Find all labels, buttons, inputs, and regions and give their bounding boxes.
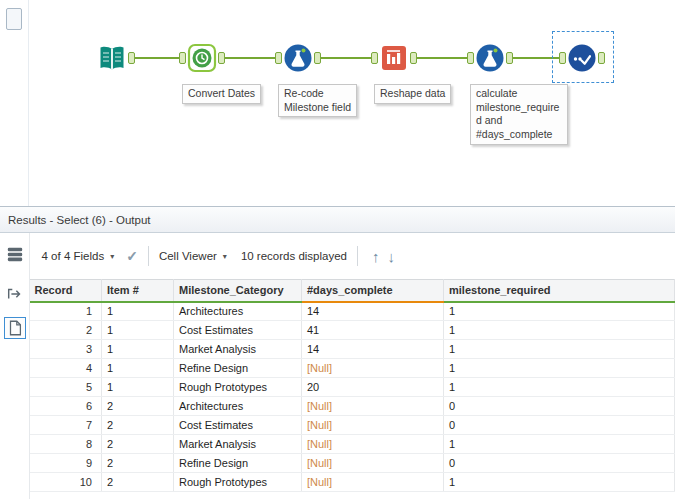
cell-category[interactable]: Refine Design <box>174 454 302 473</box>
cell-days[interactable]: [Null] <box>302 435 444 454</box>
cell-item[interactable]: 1 <box>102 321 174 340</box>
fields-dropdown[interactable]: 4 of 4 Fields ▾ <box>42 250 115 262</box>
input-anchor[interactable] <box>467 52 474 64</box>
input-anchor[interactable] <box>371 52 378 64</box>
cell-record[interactable]: 4 <box>30 359 102 378</box>
output-anchor[interactable] <box>410 52 417 64</box>
cell-record[interactable]: 8 <box>30 435 102 454</box>
cell-item[interactable]: 2 <box>102 397 174 416</box>
cell-item[interactable]: 2 <box>102 435 174 454</box>
cell-record[interactable]: 3 <box>30 340 102 359</box>
canvas-edge-divider <box>28 0 29 206</box>
input-anchor[interactable] <box>559 52 566 64</box>
document-icon <box>6 319 24 337</box>
cell-item[interactable]: 1 <box>102 302 174 321</box>
cell-item[interactable]: 1 <box>102 378 174 397</box>
cell-days[interactable]: 14 <box>302 302 444 321</box>
tool-annotation: Reshape data <box>374 84 451 104</box>
cell-record[interactable]: 7 <box>30 416 102 435</box>
tool-convert-dates[interactable] <box>186 42 218 74</box>
output-anchor[interactable] <box>314 52 321 64</box>
cell-category[interactable]: Refine Design <box>174 359 302 378</box>
cell-required[interactable]: 0 <box>444 454 675 473</box>
table-row: 5 1 Rough Prototypes 20 1 <box>30 378 675 397</box>
cell-viewer-dropdown[interactable]: Cell Viewer ▾ <box>159 250 227 262</box>
input-anchor[interactable] <box>275 52 282 64</box>
output-anchor[interactable] <box>218 52 225 64</box>
tool-input-data[interactable] <box>96 42 128 74</box>
cell-required[interactable]: 1 <box>444 435 675 454</box>
output-anchor[interactable] <box>128 52 135 64</box>
cell-required[interactable]: 0 <box>444 416 675 435</box>
cell-days[interactable]: 14 <box>302 340 444 359</box>
table-row: 10 2 Rough Prototypes [Null] 1 <box>30 473 675 492</box>
column-header-days-complete[interactable]: #days_complete <box>302 280 444 302</box>
input-view-button[interactable] <box>4 283 26 305</box>
column-header-milestone-required[interactable]: milestone_required <box>444 280 675 302</box>
cell-days[interactable]: 20 <box>302 378 444 397</box>
cell-record[interactable]: 10 <box>30 473 102 492</box>
tool-recode-milestone[interactable] <box>282 42 314 74</box>
tool-select[interactable] <box>566 42 598 74</box>
input-arrow-icon <box>6 285 24 303</box>
cell-required[interactable]: 1 <box>444 302 675 321</box>
layout-rows-button[interactable] <box>4 243 26 265</box>
fields-dropdown-label: 4 of 4 Fields <box>42 250 105 262</box>
cell-days[interactable]: 41 <box>302 321 444 340</box>
cell-category[interactable]: Architectures <box>174 302 302 321</box>
cell-category[interactable]: Rough Prototypes <box>174 473 302 492</box>
results-main-area: 4 of 4 Fields ▾ ✓ Cell Viewer ▾ 10 recor… <box>29 233 675 499</box>
workflow-canvas[interactable]: Convert Dates Re-code Milestone field Re… <box>0 0 675 206</box>
cell-days[interactable]: [Null] <box>302 416 444 435</box>
apply-check-icon[interactable]: ✓ <box>126 248 138 264</box>
cell-category[interactable]: Cost Estimates <box>174 321 302 340</box>
down-arrow-button[interactable]: ↓ <box>388 248 396 265</box>
cell-record[interactable]: 6 <box>30 397 102 416</box>
cell-required[interactable]: 1 <box>444 321 675 340</box>
output-anchor[interactable] <box>506 52 513 64</box>
cell-category[interactable]: Cost Estimates <box>174 416 302 435</box>
cell-record[interactable]: 2 <box>30 321 102 340</box>
cell-days[interactable]: [Null] <box>302 359 444 378</box>
cell-days[interactable]: [Null] <box>302 454 444 473</box>
cell-category[interactable]: Market Analysis <box>174 340 302 359</box>
cell-record[interactable]: 5 <box>30 378 102 397</box>
cell-item[interactable]: 1 <box>102 340 174 359</box>
book-icon <box>96 42 128 74</box>
connector-line <box>135 57 179 59</box>
cell-record[interactable]: 1 <box>30 302 102 321</box>
cell-required[interactable]: 0 <box>444 397 675 416</box>
input-anchor[interactable] <box>179 52 186 64</box>
cell-item[interactable]: 2 <box>102 454 174 473</box>
cell-days[interactable]: [Null] <box>302 397 444 416</box>
cell-item[interactable]: 2 <box>102 416 174 435</box>
output-view-button[interactable] <box>4 317 26 339</box>
cell-required[interactable]: 1 <box>444 473 675 492</box>
cell-category[interactable]: Market Analysis <box>174 435 302 454</box>
cell-category[interactable]: Architectures <box>174 397 302 416</box>
tool-reshape-data[interactable] <box>378 42 410 74</box>
table-row: 8 2 Market Analysis [Null] 1 <box>30 435 675 454</box>
table-row: 7 2 Cost Estimates [Null] 0 <box>30 416 675 435</box>
column-header-record[interactable]: Record <box>30 280 102 302</box>
results-left-toolbar <box>0 233 29 499</box>
cell-days[interactable]: [Null] <box>302 473 444 492</box>
column-header-item[interactable]: Item # <box>102 280 174 302</box>
tool-calculate-fields[interactable] <box>474 42 506 74</box>
datetime-icon <box>186 42 218 74</box>
collapsed-panel-handle[interactable] <box>6 8 22 30</box>
up-arrow-button[interactable]: ↑ <box>372 248 380 265</box>
cell-item[interactable]: 1 <box>102 359 174 378</box>
cell-record[interactable]: 9 <box>30 454 102 473</box>
table-row: 2 1 Cost Estimates 41 1 <box>30 321 675 340</box>
results-panel-title: Results - Select (6) - Output <box>0 207 675 233</box>
records-displayed-text: 10 records displayed <box>241 250 347 262</box>
cell-required[interactable]: 1 <box>444 340 675 359</box>
cell-required[interactable]: 1 <box>444 378 675 397</box>
cell-required[interactable]: 1 <box>444 359 675 378</box>
output-anchor[interactable] <box>598 52 605 64</box>
cell-item[interactable]: 2 <box>102 473 174 492</box>
cell-category[interactable]: Rough Prototypes <box>174 378 302 397</box>
toolbar-divider <box>148 246 149 266</box>
column-header-milestone-category[interactable]: Milestone_Category <box>174 280 302 302</box>
